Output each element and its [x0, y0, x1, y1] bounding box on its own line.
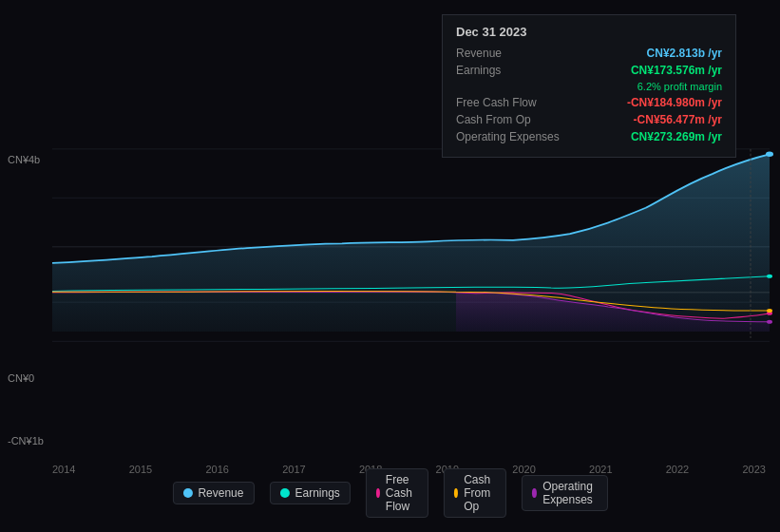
legend-dot-opex [532, 488, 537, 498]
legend-label-revenue: Revenue [198, 486, 243, 500]
tooltip-label-earnings: Earnings [456, 64, 570, 77]
chart-svg [0, 142, 780, 475]
legend-item-revenue[interactable]: Revenue [172, 482, 254, 504]
x-label-2022: 2022 [666, 464, 689, 475]
x-label-2015: 2015 [129, 464, 152, 475]
legend-item-earnings[interactable]: Earnings [269, 482, 350, 504]
tooltip-value-earnings: CN¥173.576m /yr [631, 64, 722, 77]
svg-point-10 [767, 309, 772, 313]
legend-dot-cashfromop [454, 488, 458, 498]
tooltip-value-cashfromop: -CN¥56.477m /yr [634, 113, 722, 126]
chart-container: Dec 31 2023 Revenue CN¥2.813b /yr Earnin… [0, 0, 780, 532]
tooltip-profit-margin: 6.2% profit margin [637, 81, 722, 92]
legend-dot-earnings [279, 488, 289, 498]
legend-label-cashfromop: Cash From Op [464, 473, 496, 513]
x-label-2023: 2023 [742, 464, 765, 475]
tooltip-panel: Dec 31 2023 Revenue CN¥2.813b /yr Earnin… [442, 14, 736, 158]
tooltip-row-revenue: Revenue CN¥2.813b /yr [456, 47, 722, 60]
tooltip-row-earnings: Earnings CN¥173.576m /yr [456, 64, 722, 77]
tooltip-row-fcf: Free Cash Flow -CN¥184.980m /yr [456, 96, 722, 109]
legend-label-fcf: Free Cash Flow [386, 473, 418, 513]
svg-point-6 [766, 152, 773, 157]
legend-item-cashfromop[interactable]: Cash From Op [444, 468, 506, 518]
tooltip-row-profit-margin: 6.2% profit margin [456, 81, 722, 92]
tooltip-value-fcf: -CN¥184.980m /yr [627, 96, 722, 109]
x-label-2014: 2014 [52, 464, 75, 475]
tooltip-label-fcf: Free Cash Flow [456, 96, 570, 109]
tooltip-label-opex: Operating Expenses [456, 130, 570, 143]
tooltip-value-revenue: CN¥2.813b /yr [647, 47, 722, 60]
tooltip-label-cashfromop: Cash From Op [456, 113, 570, 126]
legend-dot-fcf [376, 488, 380, 498]
tooltip-label-revenue: Revenue [456, 47, 570, 60]
svg-point-7 [767, 275, 772, 278]
legend-label-opex: Operating Expenses [542, 480, 597, 506]
chart-legend: Revenue Earnings Free Cash Flow Cash Fro… [172, 468, 607, 518]
tooltip-row-opex: Operating Expenses CN¥273.269m /yr [456, 130, 722, 143]
legend-item-fcf[interactable]: Free Cash Flow [366, 468, 428, 518]
tooltip-value-opex: CN¥273.269m /yr [631, 130, 722, 143]
legend-dot-revenue [182, 488, 192, 498]
legend-label-earnings: Earnings [295, 486, 339, 500]
legend-item-opex[interactable]: Operating Expenses [522, 475, 608, 511]
tooltip-date: Dec 31 2023 [456, 25, 722, 39]
tooltip-row-cashfromop: Cash From Op -CN¥56.477m /yr [456, 113, 722, 126]
svg-point-9 [767, 320, 772, 324]
